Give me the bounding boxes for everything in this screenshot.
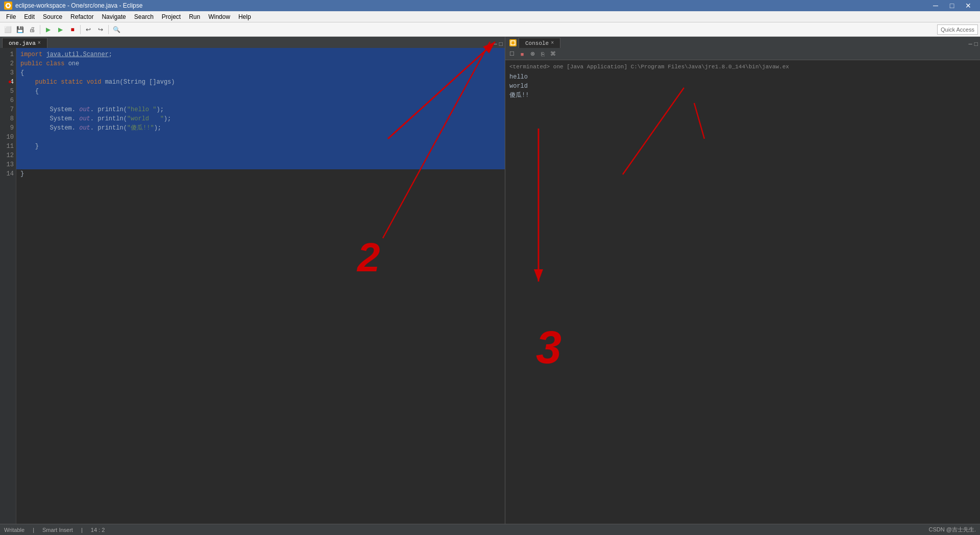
new-button[interactable]: ⬜ bbox=[2, 24, 13, 35]
toolbar-separator-2 bbox=[80, 25, 81, 34]
minimize-button[interactable]: ─ bbox=[928, 1, 943, 10]
editor-maximize-icon[interactable]: □ bbox=[499, 41, 503, 48]
console-output: hello world 傻瓜!! bbox=[509, 72, 976, 100]
menu-bar: File Edit Source Refactor Navigate Searc… bbox=[0, 11, 980, 22]
console-tab-label: Console bbox=[525, 40, 549, 46]
menu-project[interactable]: Project bbox=[158, 12, 185, 21]
status-brand: CSDN @吉士先生. bbox=[929, 526, 976, 533]
status-bar: Writable | Smart Insert | 14 : 2 CSDN @吉… bbox=[0, 524, 980, 535]
editor-container: one.java × ─ □ 1 2 3 4 5 6 7 8 9 10 bbox=[0, 37, 980, 524]
menu-navigate[interactable]: Navigate bbox=[97, 12, 130, 21]
editor-tab-label: one.java bbox=[9, 40, 36, 46]
code-area[interactable]: 1 2 3 4 5 6 7 8 9 10 11 12 13 14 import … bbox=[0, 48, 505, 524]
console-disconnect-button[interactable]: ⊗ bbox=[528, 49, 537, 59]
close-button[interactable]: ✕ bbox=[961, 1, 976, 10]
menu-edit[interactable]: Edit bbox=[20, 12, 39, 21]
console-minimize-icon[interactable]: ─ bbox=[969, 41, 972, 48]
save-button[interactable]: 💾 bbox=[14, 24, 26, 35]
console-copy-button[interactable]: ⎘ bbox=[538, 49, 547, 59]
console-header: <terminated> one [Java Application] C:\P… bbox=[509, 62, 976, 71]
console-toolbar: ☐ ■ ⊗ ⎘ ⌘ bbox=[505, 48, 980, 60]
status-right: CSDN @吉士先生. bbox=[929, 526, 976, 533]
console-tab[interactable]: Console × bbox=[519, 38, 560, 48]
menu-run[interactable]: Run bbox=[185, 12, 204, 21]
console-clear-button[interactable]: ☐ bbox=[507, 49, 517, 59]
line-numbers: 1 2 3 4 5 6 7 8 9 10 11 12 13 14 bbox=[0, 48, 16, 524]
status-smart-insert: Smart Insert bbox=[42, 527, 73, 533]
menu-refactor[interactable]: Refactor bbox=[66, 12, 97, 21]
search-button[interactable]: 🔍 bbox=[111, 24, 122, 35]
title-text: eclipse-workspace - One/src/one.java - E… bbox=[15, 2, 928, 9]
console-paste-button[interactable]: ⌘ bbox=[548, 49, 557, 59]
console-line-3: 傻瓜!! bbox=[509, 91, 976, 100]
line-num-11: 11 bbox=[2, 142, 14, 151]
line-num-12: 12 bbox=[2, 151, 14, 160]
console-maximize-icon[interactable]: □ bbox=[974, 41, 978, 48]
console-line-1: hello bbox=[509, 72, 976, 82]
stop-button[interactable]: ■ bbox=[67, 24, 78, 35]
app-icon bbox=[4, 2, 12, 10]
quick-access-field[interactable]: Quick Access bbox=[937, 24, 978, 35]
toolbar-separator-1 bbox=[40, 25, 40, 34]
redo-button[interactable]: ↪ bbox=[95, 24, 106, 35]
menu-source[interactable]: Source bbox=[39, 12, 66, 21]
editor-tab-one-java[interactable]: one.java × bbox=[2, 38, 47, 48]
line-num-14: 14 bbox=[2, 169, 14, 179]
run-button[interactable]: ▶ bbox=[42, 24, 54, 35]
console-content[interactable]: <terminated> one [Java Application] C:\P… bbox=[505, 60, 980, 524]
toolbar-separator-3 bbox=[108, 25, 109, 34]
console-tab-close[interactable]: × bbox=[551, 40, 554, 46]
toolbar: ⬜ 💾 🖨 ▶ ▶ ■ ↩ ↪ 🔍 Quick Access bbox=[0, 22, 980, 37]
console-line-2: world bbox=[509, 82, 976, 91]
print-button[interactable]: 🖨 bbox=[27, 24, 38, 35]
line-num-2: 2 bbox=[2, 59, 14, 68]
editor-tab-bar: one.java × ─ □ bbox=[0, 37, 505, 48]
status-divider-2: | bbox=[81, 527, 83, 533]
menu-file[interactable]: File bbox=[2, 12, 20, 21]
debug-button[interactable]: ▶ bbox=[55, 24, 66, 35]
line-num-7: 7 bbox=[2, 105, 14, 114]
menu-help[interactable]: Help bbox=[234, 12, 255, 21]
line-num-8: 8 bbox=[2, 114, 14, 123]
console-tab-bar: Console × ─ □ bbox=[505, 37, 980, 48]
code-content[interactable]: import java.util.Scanner; public class o… bbox=[16, 48, 505, 524]
line-num-10: 10 bbox=[2, 133, 14, 142]
editor-panel: one.java × ─ □ 1 2 3 4 5 6 7 8 9 10 bbox=[0, 37, 505, 524]
editor-tab-close[interactable]: × bbox=[38, 40, 41, 46]
svg-rect-3 bbox=[511, 41, 515, 45]
line-num-6: 6 bbox=[2, 96, 14, 105]
console-stop-button[interactable]: ■ bbox=[518, 49, 527, 59]
line-num-5: 5 bbox=[2, 87, 14, 96]
menu-window[interactable]: Window bbox=[204, 12, 234, 21]
status-divider-1: | bbox=[33, 527, 34, 533]
status-position: 14 : 2 bbox=[91, 527, 105, 533]
line-num-1: 1 bbox=[2, 50, 14, 59]
line-num-9: 9 bbox=[2, 123, 14, 133]
line-num-13: 13 bbox=[2, 160, 14, 169]
menu-search[interactable]: Search bbox=[130, 12, 158, 21]
line-num-3: 3 bbox=[2, 68, 14, 78]
maximize-button[interactable]: □ bbox=[944, 1, 960, 10]
line-num-4: 4 bbox=[2, 78, 14, 87]
title-controls[interactable]: ─ □ ✕ bbox=[928, 1, 976, 10]
code-text: import java.util.Scanner; public class o… bbox=[20, 50, 505, 179]
undo-button[interactable]: ↩ bbox=[83, 24, 94, 35]
title-bar: eclipse-workspace - One/src/one.java - E… bbox=[0, 0, 980, 11]
console-panel: Console × ─ □ ☐ ■ ⊗ ⎘ ⌘ <terminated> one… bbox=[505, 37, 980, 524]
status-writable: Writable bbox=[4, 527, 24, 533]
editor-minimize-icon[interactable]: ─ bbox=[494, 41, 497, 48]
